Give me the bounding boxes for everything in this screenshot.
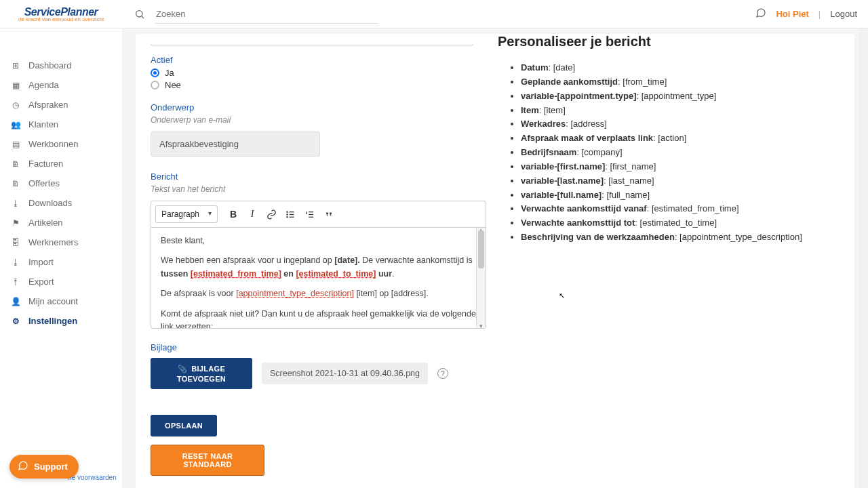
italic-button[interactable]: I [243, 205, 261, 223]
variable-item: Item: [item] [521, 104, 834, 117]
variable-token: [address] [570, 119, 606, 129]
editor-line-4: Komt de afspraak niet uit? Dan kunt u de… [161, 308, 476, 329]
bericht-hint: Tekst van het bericht [151, 184, 473, 194]
paragraph-select[interactable]: Paragraph [155, 205, 218, 223]
editor-scrollbar[interactable]: ▴ ▾ [476, 228, 486, 328]
variable-label: Afspraak maak of verplaats link [521, 133, 653, 143]
bullet-list-button[interactable] [281, 205, 299, 223]
variable-label: Beschrijving van de werkzaamheden [521, 232, 675, 242]
variable-label: Verwachte aankomsttijd vanaf [521, 203, 647, 214]
sidebar-item-label: Downloads [28, 198, 72, 208]
radio-yes[interactable]: Ja [151, 68, 473, 78]
scroll-thumb[interactable] [478, 230, 484, 268]
variable-token: [item] [544, 105, 566, 115]
sidebar-item-label: Offertes [28, 178, 60, 188]
topbar-right: Hoi Piet | Logout [755, 7, 857, 20]
sidebar-item-dashboard[interactable]: ⊞Dashboard [0, 56, 122, 75]
sidebar-item-instellingen[interactable]: ⚙Instellingen [0, 311, 122, 331]
variable-item: Beschrijving van de werkzaamheden: [appo… [521, 231, 834, 244]
section-divider [151, 45, 473, 45]
link-button[interactable] [262, 205, 280, 223]
variable-item: Bedrijfsnaam: [company] [521, 146, 834, 159]
attached-file-chip[interactable]: Screenshot 2021-10-31 at 09.40.36.png [262, 363, 428, 384]
bold-button[interactable]: B [224, 205, 242, 223]
sidebar-item-label: Instellingen [28, 316, 77, 326]
radio-yes-dot[interactable] [151, 68, 159, 77]
onderwerp-input[interactable] [151, 131, 320, 157]
variable-token: [estimated_from_time] [652, 203, 739, 214]
add-attachment-button[interactable]: 📎BIJLAGE TOEVOEGEN [151, 358, 252, 389]
variable-label: variable-[appointment.type] [521, 91, 636, 101]
scroll-down-icon[interactable]: ▾ [477, 323, 486, 329]
sidebar-item-afspraken[interactable]: ◷Afspraken [0, 95, 122, 115]
nav-icon: 🗎 [11, 159, 20, 169]
sidebar-item-downloads[interactable]: ⭳Downloads [0, 193, 122, 213]
variable-label: Bedrijfsnaam [521, 147, 576, 157]
radio-no[interactable]: Nee [151, 80, 473, 90]
sidebar-item-mijn-account[interactable]: 👤Mijn account [0, 291, 122, 311]
editor-line-1: Beste klant, [161, 235, 476, 247]
greeting: Hoi Piet [776, 9, 808, 19]
editor-line-3: De afspraak is voor [appointment_type_de… [161, 287, 476, 300]
sidebar-item-label: Klanten [28, 119, 58, 129]
sidebar-item-label: Mijn account [28, 296, 78, 306]
sidebar-item-facturen[interactable]: 🗎Facturen [0, 154, 122, 174]
variable-token: [date] [553, 62, 576, 73]
sidebar-item-import[interactable]: ⭳Import [0, 252, 122, 272]
variable-item: variable-[first.name]: [first_name] [521, 161, 834, 174]
sidebar-item-werknemers[interactable]: 🗄Werknemers [0, 232, 122, 252]
ordered-list-button[interactable] [300, 205, 318, 223]
search-icon[interactable] [134, 9, 145, 20]
variable-item: Verwachte aankomsttijd vanaf: [estimated… [521, 203, 834, 216]
logo[interactable]: ServicePlanner de kracht van eenvoud en … [0, 6, 122, 22]
nav-icon: ▤ [11, 140, 20, 149]
nav-icon: ▦ [11, 81, 20, 90]
variable-label: Datum [521, 62, 548, 73]
sidebar-item-offertes[interactable]: 🗎Offertes [0, 174, 122, 193]
sidebar-item-label: Facturen [28, 159, 63, 169]
variable-token: [action] [658, 133, 686, 143]
sidebar-item-artikelen[interactable]: ⚑Artikelen [0, 213, 122, 232]
editor-body[interactable]: Beste klant, We hebben een afspraak voor… [151, 228, 486, 328]
editor-content[interactable]: Beste klant, We hebben een afspraak voor… [151, 228, 486, 328]
nav-list: ⊞Dashboard▦Agenda◷Afspraken👥Klanten▤Werk… [0, 56, 122, 331]
logout-link[interactable]: Logout [830, 9, 857, 19]
variable-item: Datum: [date] [521, 62, 834, 75]
reset-button[interactable]: RESET NAAR STANDAARD [151, 445, 264, 476]
variable-item: variable-[appointment.type]: [appointmen… [521, 90, 834, 103]
nav-icon: ⊞ [11, 61, 20, 70]
nav-icon: 👤 [11, 297, 20, 306]
nav-icon: ◷ [11, 100, 20, 110]
variable-label: Geplande aankomsttijd [521, 77, 618, 87]
logo-tagline: de kracht van eenvoud en overzicht [18, 16, 104, 22]
rich-editor: Paragraph B I [151, 201, 486, 329]
sidebar-item-agenda[interactable]: ▦Agenda [0, 75, 122, 95]
sidebar-item-werkbonnen[interactable]: ▤Werkbonnen [0, 134, 122, 154]
help-icon[interactable]: ? [437, 368, 448, 379]
sidebar-item-label: Agenda [28, 80, 59, 90]
variables-title: Personaliseer je bericht [498, 34, 834, 49]
nav-icon: 👥 [11, 120, 20, 129]
actief-label: Actief [151, 55, 473, 65]
sidebar-item-export[interactable]: ⭱Export [0, 272, 122, 291]
variable-label: Verwachte aankomsttijd tot [521, 218, 635, 228]
radio-no-dot[interactable] [151, 81, 159, 89]
blockquote-button[interactable] [319, 205, 337, 223]
sidebar-item-label: Import [28, 257, 54, 267]
divider: | [818, 9, 821, 19]
sidebar-item-label: Artikelen [28, 218, 63, 228]
bijlage-label: Bijlage [151, 342, 473, 352]
sidebar-item-label: Werkbonnen [28, 139, 78, 149]
support-label: Support [34, 462, 68, 472]
sidebar-item-label: Dashboard [28, 60, 72, 70]
page-scrollbar[interactable] [859, 0, 868, 488]
nav-icon: ⚑ [11, 218, 20, 228]
search-input[interactable] [155, 5, 378, 24]
support-button[interactable]: Support [9, 455, 79, 479]
variable-item: variable-[full.name]: [full_name] [521, 189, 834, 202]
sidebar-item-klanten[interactable]: 👥Klanten [0, 115, 122, 134]
save-button[interactable]: OPSLAAN [151, 415, 217, 436]
variable-item: Afspraak maak of verplaats link: [action… [521, 132, 834, 145]
paperclip-icon: 📎 [178, 365, 187, 373]
chat-icon[interactable] [755, 7, 766, 20]
